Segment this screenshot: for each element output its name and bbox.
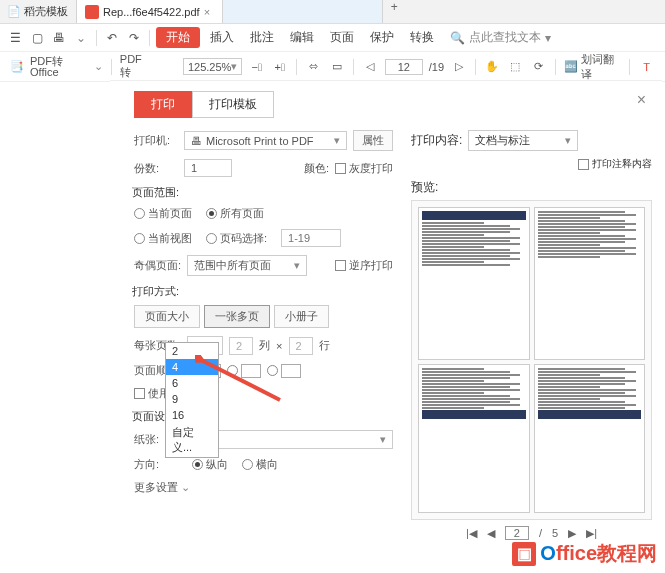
dropdown-option[interactable]: 4 [166, 359, 218, 375]
mode-title: 打印方式: [132, 284, 393, 299]
chevron-down-icon[interactable]: ⌄ [72, 29, 90, 47]
page-total: /19 [429, 61, 444, 73]
order-n-icon [241, 364, 261, 378]
tab-print[interactable]: 打印 [134, 91, 192, 118]
translate-button[interactable]: 🔤 划词翻译 [564, 52, 621, 82]
tab-label: 稻壳模板 [24, 4, 68, 19]
menu-icon[interactable]: ☰ [6, 29, 24, 47]
pdf-convert-label[interactable]: PDF转 [120, 53, 151, 80]
select-icon[interactable]: ⬚ [507, 58, 524, 76]
printer-icon: 🖶 [191, 135, 202, 147]
print-dialog: 打印 打印模板 × 打印机: 🖶 Microsoft Print to PDF … [110, 80, 662, 570]
menu-insert[interactable]: 插入 [204, 29, 240, 46]
text-tool-icon[interactable]: T [638, 58, 655, 76]
last-page-icon[interactable]: ▶| [586, 527, 597, 540]
radio-current-page[interactable]: 当前页面 [134, 206, 192, 221]
row-label: 行 [319, 338, 330, 353]
tab-template[interactable]: 📄 稻壳模板 [0, 0, 77, 23]
tab-blurred[interactable] [223, 0, 383, 23]
dropdown-option[interactable]: 6 [166, 375, 218, 391]
properties-button[interactable]: 属性 [353, 130, 393, 151]
dropdown-option[interactable]: 9 [166, 391, 218, 407]
fit-page-icon[interactable]: ▭ [328, 58, 345, 76]
zoom-value: 125.25% [188, 61, 231, 73]
radio-landscape[interactable]: 横向 [242, 457, 278, 472]
dropdown-option[interactable]: 自定义... [166, 423, 218, 457]
preview-page [534, 207, 646, 360]
radio-current-view[interactable]: 当前视图 [134, 231, 192, 246]
hand-icon[interactable]: ✋ [484, 58, 501, 76]
col-label: 列 [259, 338, 270, 353]
preview-page [534, 364, 646, 514]
zoom-out-icon[interactable]: −⃝ [248, 58, 265, 76]
secondary-toolbar: 📑 PDF转Office ⌄ PDF转 125.25% ▾ −⃝ +⃝ ⬄ ▭ … [0, 52, 665, 82]
close-icon[interactable]: × [637, 91, 652, 118]
rows-input[interactable]: 2 [289, 337, 313, 355]
print-icon[interactable]: 🖶 [50, 29, 68, 47]
pdf2office-label[interactable]: PDF转Office [30, 56, 88, 78]
menu-start[interactable]: 开始 [156, 27, 200, 48]
next-page-icon[interactable]: ▷ [450, 58, 467, 76]
tab-bar: 📄 稻壳模板 Rep...f6e4f5422.pdf × + [0, 0, 665, 24]
page-input[interactable]: 12 [385, 59, 423, 75]
prev-page-icon[interactable]: ◀ [487, 527, 495, 540]
mode-page-size[interactable]: 页面大小 [134, 305, 200, 328]
tab-print-template[interactable]: 打印模板 [192, 91, 274, 118]
watermark-brand: 教程网 [597, 542, 657, 564]
more-settings-link[interactable]: 更多设置 ⌄ [134, 480, 190, 495]
dropdown-option[interactable]: 16 [166, 407, 218, 423]
pdf-icon [85, 5, 99, 19]
chevron-down-icon: ⌄ [181, 481, 190, 493]
print-content-select[interactable]: 文档与标注▾ [468, 130, 578, 151]
radio-portrait[interactable]: 纵向 [192, 457, 228, 472]
preview-area [411, 200, 652, 520]
menu-edit[interactable]: 编辑 [284, 29, 320, 46]
printer-select[interactable]: 🖶 Microsoft Print to PDF ▾ [184, 131, 347, 150]
grayscale-checkbox[interactable]: 灰度打印 [335, 161, 393, 176]
preview-label: 预览: [411, 179, 652, 196]
add-tab-button[interactable]: + [383, 0, 406, 23]
radio-page-select[interactable]: 页码选择: [206, 231, 267, 246]
rotate-icon[interactable]: ⟳ [530, 58, 547, 76]
chevron-down-icon: ▾ [380, 433, 386, 446]
main-toolbar: ☰ ▢ 🖶 ⌄ ↶ ↷ 开始 插入 批注 编辑 页面 保护 转换 🔍 点此查找文… [0, 24, 665, 52]
dialog-tabs: 打印 打印模板 × [110, 81, 662, 126]
reverse-checkbox[interactable]: 逆序打印 [335, 258, 393, 273]
cols-input[interactable]: 2 [229, 337, 253, 355]
search-input[interactable]: 🔍 点此查找文本 ▾ [444, 27, 557, 48]
order-rn-icon [281, 364, 301, 378]
prev-page-icon[interactable]: ◁ [362, 58, 379, 76]
tab-document[interactable]: Rep...f6e4f5422.pdf × [77, 0, 223, 23]
menu-protect[interactable]: 保护 [364, 29, 400, 46]
undo-icon[interactable]: ↶ [103, 29, 121, 47]
first-page-icon[interactable]: |◀ [466, 527, 477, 540]
search-icon: 🔍 [450, 31, 465, 45]
copies-label: 份数: [134, 161, 178, 176]
zoom-in-icon[interactable]: +⃝ [271, 58, 288, 76]
menu-convert[interactable]: 转换 [404, 29, 440, 46]
color-label: 颜色: [304, 161, 329, 176]
radio-all-pages[interactable]: 所有页面 [206, 206, 264, 221]
chevron-down-icon[interactable]: ⌄ [94, 60, 103, 73]
order-option-2[interactable] [227, 364, 261, 378]
close-icon[interactable]: × [204, 6, 214, 18]
parity-select[interactable]: 范围中所有页面▾ [187, 255, 307, 276]
copies-input[interactable]: 1 [184, 159, 232, 177]
menu-page[interactable]: 页面 [324, 29, 360, 46]
fit-width-icon[interactable]: ⬄ [305, 58, 322, 76]
open-icon[interactable]: ▢ [28, 29, 46, 47]
preview-page-total: 5 [552, 527, 558, 539]
preview-page-input[interactable]: 2 [505, 526, 529, 540]
annotations-checkbox[interactable]: 打印注释内容 [578, 157, 652, 171]
redo-icon[interactable]: ↷ [125, 29, 143, 47]
dropdown-option[interactable]: 2 [166, 343, 218, 359]
menu-review[interactable]: 批注 [244, 29, 280, 46]
mode-booklet[interactable]: 小册子 [274, 305, 329, 328]
pdf2office-icon: 📑 [10, 60, 24, 73]
next-page-icon[interactable]: ▶ [568, 527, 576, 540]
page-range-input[interactable] [281, 229, 341, 247]
order-option-3[interactable] [267, 364, 301, 378]
mode-multi-per-sheet[interactable]: 一张多页 [204, 305, 270, 328]
chevron-down-icon: ▾ [565, 134, 571, 147]
zoom-control[interactable]: 125.25% ▾ [183, 58, 242, 75]
